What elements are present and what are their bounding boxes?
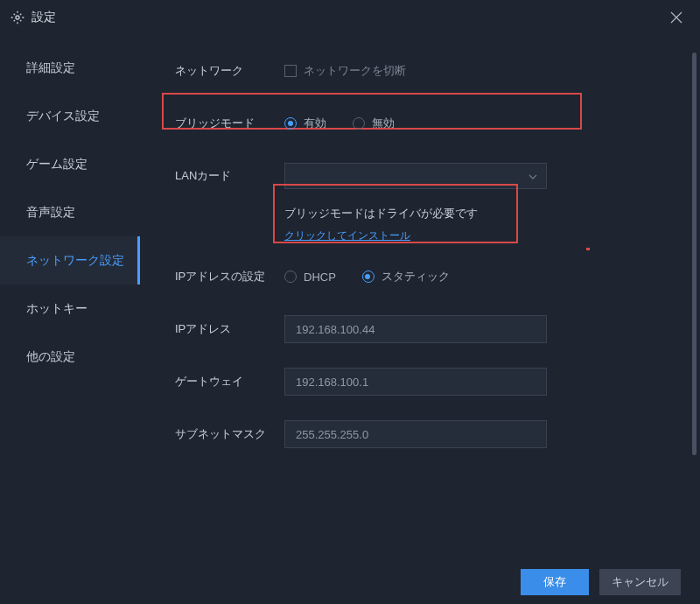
sidebar-item-audio[interactable]: 音声設定: [0, 188, 140, 236]
driver-install-link[interactable]: クリックしてインストール: [284, 229, 410, 242]
titlebar: 設定: [0, 0, 700, 35]
lan-label: LANカード: [175, 168, 284, 184]
ip-dhcp-radio[interactable]: DHCP: [284, 269, 336, 284]
disconnect-label: ネットワークを切断: [304, 63, 406, 79]
sidebar-item-advanced[interactable]: 詳細設定: [0, 44, 140, 92]
lan-card-select[interactable]: [284, 163, 547, 189]
highlight-annotation: [586, 248, 590, 250]
sidebar-item-device[interactable]: デバイス設定: [0, 92, 140, 140]
chevron-down-icon: [528, 171, 537, 181]
sidebar: 詳細設定 デバイス設定 ゲーム設定 音声設定 ネットワーク設定 ホットキー 他の…: [0, 35, 140, 560]
subnet-input[interactable]: [284, 420, 547, 448]
svg-point-0: [16, 16, 19, 19]
bridge-disabled-radio[interactable]: 無効: [353, 116, 395, 131]
driver-notice: ブリッジモードはドライバが必要です: [284, 206, 674, 221]
disconnect-checkbox-wrap[interactable]: ネットワークを切断: [284, 63, 406, 79]
sidebar-item-network[interactable]: ネットワーク設定: [0, 236, 140, 284]
ip-static-radio[interactable]: スタティック: [362, 269, 450, 284]
radio-icon: [284, 270, 297, 283]
ip-address-input[interactable]: [284, 315, 547, 343]
cancel-button[interactable]: キャンセル: [599, 569, 681, 595]
network-label: ネットワーク: [175, 63, 284, 79]
sidebar-item-other[interactable]: 他の設定: [0, 333, 140, 381]
sidebar-item-hotkey[interactable]: ホットキー: [0, 284, 140, 333]
close-button[interactable]: [663, 4, 690, 31]
ip-address-label: IPアドレス: [175, 321, 284, 337]
gateway-label: ゲートウェイ: [175, 374, 284, 390]
gateway-input[interactable]: [284, 368, 547, 396]
close-icon: [670, 11, 682, 24]
radio-icon: [353, 117, 365, 130]
gear-icon: [10, 11, 24, 25]
window-title: 設定: [32, 10, 56, 25]
subnet-label: サブネットマスク: [175, 426, 284, 442]
sidebar-item-game[interactable]: ゲーム設定: [0, 140, 140, 188]
bridge-enabled-radio[interactable]: 有効: [284, 116, 326, 131]
scrollbar[interactable]: [692, 53, 696, 455]
footer: 保存 キャンセル: [0, 560, 700, 604]
checkbox-icon: [284, 65, 297, 77]
save-button[interactable]: 保存: [521, 569, 589, 595]
ip-settings-label: IPアドレスの設定: [175, 269, 284, 284]
main-panel: ネットワーク ネットワークを切断 ブリッジモード 有効 無効 LANカード: [140, 35, 700, 560]
bridge-label: ブリッジモード: [175, 116, 284, 131]
radio-icon: [284, 117, 297, 130]
radio-icon: [362, 270, 374, 283]
